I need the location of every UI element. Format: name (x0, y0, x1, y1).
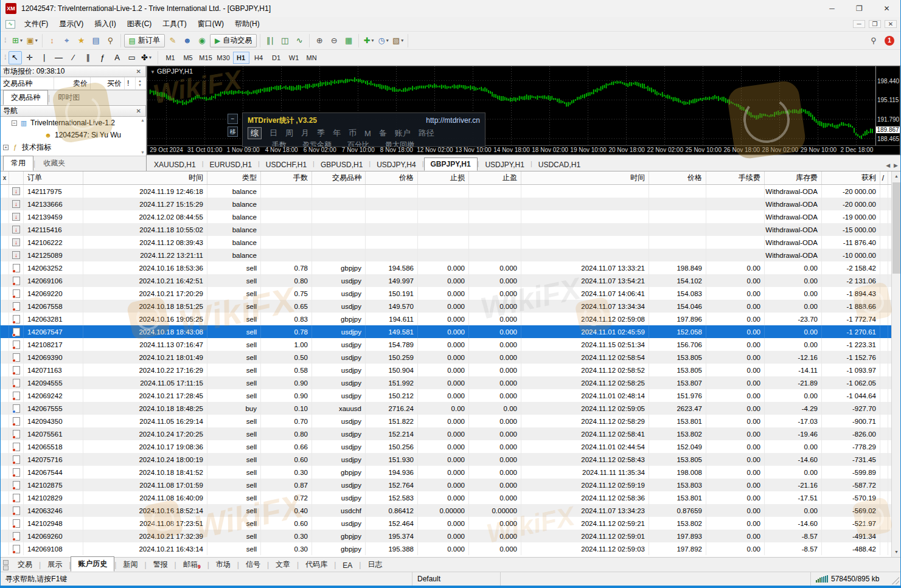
chart-tab[interactable]: USDJPY,H4 (370, 159, 422, 171)
table-row[interactable]: 1420755612024.10.24 17:20:25sell0.80usdj… (1, 427, 891, 440)
column-header[interactable]: 止损 (418, 171, 469, 184)
menu-item[interactable]: 工具(T) (157, 18, 192, 30)
horizontal-line-button[interactable]: ― (52, 51, 66, 64)
chart-tab[interactable]: USDJPY,H1 (479, 159, 530, 171)
metaeditor-button[interactable]: ✎ (166, 34, 179, 47)
trendline-button[interactable]: ∕ (67, 51, 80, 64)
templates-button[interactable]: ▧▾ (391, 34, 405, 47)
market-watch-button[interactable]: ↕ (46, 34, 59, 47)
table-row[interactable]: 1420692202024.10.21 17:20:29sell0.75usdj… (1, 287, 891, 300)
menu-item[interactable]: 图表(C) (122, 18, 158, 30)
table-row[interactable]: 1420675442024.10.18 18:41:52sell0.30gbpj… (1, 466, 891, 479)
table-row[interactable]: 1420691082024.10.21 16:43:14sell0.30gbpj… (1, 542, 891, 555)
table-row[interactable]: 1420693902024.10.21 18:01:49sell0.50usdj… (1, 351, 891, 364)
mtdriver-tab[interactable]: M (364, 129, 371, 138)
table-row[interactable]: 1420945552024.11.05 17:11:15sell0.90usdj… (1, 376, 891, 389)
column-header[interactable]: 手数 (261, 171, 312, 184)
close-icon[interactable]: ✕ (134, 108, 143, 114)
search-icon[interactable]: ⚲ (867, 34, 880, 47)
crosshair-button[interactable]: ✛ (23, 51, 37, 64)
table-row[interactable]: 1420632812024.10.16 19:05:25sell0.83gbpj… (1, 313, 891, 325)
timeframe-h4[interactable]: H4 (251, 52, 267, 64)
scroll-down-icon[interactable]: ▼ (892, 547, 900, 557)
scrollbar-thumb[interactable] (892, 182, 900, 274)
table-row[interactable]: 1421028292024.11.08 16:40:09sell0.72usdj… (1, 491, 891, 504)
tab-scroll-icon[interactable]: ◀ (886, 162, 890, 168)
menu-item[interactable]: 文件(F) (19, 18, 54, 30)
fibonacci-button[interactable]: ƒ (96, 51, 110, 64)
tree-expander-icon[interactable]: − (12, 120, 17, 126)
table-row[interactable]: 1420711632024.10.22 17:16:29sell0.58usdj… (1, 364, 891, 376)
autotrading-button[interactable]: ▶自动交易 (210, 34, 257, 47)
terminal-button[interactable]: ▤ (89, 34, 103, 47)
table-row[interactable]: ↓1421154162024.11.18 10:55:02balanceWith… (1, 223, 891, 236)
table-row[interactable]: 1421028752024.11.08 17:01:59sell0.87usdj… (1, 479, 891, 491)
table-row[interactable]: 1421029482024.11.08 17:23:51sell0.60usdj… (1, 517, 891, 530)
table-row[interactable]: 1420691062024.10.21 16:42:51sell0.80usdj… (1, 274, 891, 287)
mtdriver-minimize-button[interactable]: − (228, 114, 238, 124)
mtdriver-tab[interactable]: 备 (379, 128, 387, 139)
terminal-tab[interactable]: EA (336, 559, 359, 572)
chart-tab[interactable]: EURUSD,H1 (204, 159, 258, 171)
mtdriver-tab[interactable]: 年 (333, 128, 341, 139)
navigator-tree-item[interactable]: ☻12042547: Si Yu Wu (1, 129, 146, 141)
menu-item[interactable]: 插入(I) (89, 18, 121, 30)
status-profile[interactable]: Default (412, 572, 500, 586)
terminal-tab[interactable]: 市场 (209, 558, 237, 572)
line-chart-button[interactable]: ∿ (293, 34, 306, 47)
table-row[interactable]: 1421082172024.11.13 07:16:47sell1.00usdj… (1, 338, 891, 351)
table-row[interactable]: 1420757162024.10.24 18:00:19sell0.60usdj… (1, 453, 891, 466)
mdi-minimize-button[interactable]: ─ (853, 20, 865, 28)
cursor-button[interactable]: ↖ (9, 51, 22, 64)
chart-tab[interactable]: XAUUSD,H1 (148, 159, 202, 171)
minimize-button[interactable]: ─ (818, 0, 846, 17)
tree-expander-icon[interactable]: + (3, 145, 9, 150)
terminal-tab[interactable]: 信号 (239, 558, 267, 572)
chart-tab[interactable]: GBPJPY,H1 (424, 157, 478, 171)
text-button[interactable]: A (111, 51, 124, 64)
vertical-line-button[interactable]: ∣ (38, 51, 51, 64)
mtdriver-tab[interactable]: 综 (248, 127, 262, 139)
zoom-out-button[interactable]: ⊖ (327, 34, 341, 47)
navigator-scroll-arrows[interactable]: ▲▼ (141, 118, 145, 154)
profiles-button[interactable]: ▣▾ (26, 34, 39, 47)
toolbar-drag-handle[interactable]: ⁞⁞ (4, 54, 5, 61)
navigator-tab[interactable]: 常用 (3, 156, 33, 171)
column-header[interactable]: 交易品种 (312, 171, 366, 184)
toolbar-drag-handle[interactable]: ⁞⁞ (4, 37, 5, 44)
candlestick-button[interactable]: ◫ (278, 34, 291, 47)
timeframe-w1[interactable]: W1 (286, 52, 302, 64)
market-watch-scroll-arrows[interactable]: ▲▼ (136, 79, 144, 88)
timeframe-h1[interactable]: H1 (233, 52, 249, 64)
experts-button[interactable]: ☻ (181, 34, 194, 47)
terminal-tab[interactable]: 警报 (147, 558, 175, 572)
column-header[interactable]: 获利 (822, 171, 880, 184)
new-chart-button[interactable]: ⊞▾ (11, 34, 24, 47)
channel-button[interactable]: ∥ (82, 51, 95, 64)
zoom-in-button[interactable]: ⊕ (313, 34, 326, 47)
navigator-tab[interactable]: 收藏夹 (35, 156, 73, 171)
mtdriver-tab[interactable]: 月 (301, 128, 309, 139)
column-header[interactable]: 订单 (24, 171, 83, 184)
column-header[interactable]: 时间 (521, 171, 649, 184)
table-row[interactable]: ↓1421336662024.11.27 15:15:29balanceWith… (1, 198, 891, 210)
mtdriver-tab[interactable]: 币 (349, 128, 357, 139)
table-row[interactable]: 1420675472024.10.18 18:43:08sell0.78usdj… (1, 325, 891, 338)
timeframe-m1[interactable]: M1 (162, 52, 179, 64)
mtdriver-tab[interactable]: 账户 (395, 128, 411, 139)
terminal-tab[interactable]: 交易 (11, 558, 39, 572)
mtdriver-move-button[interactable]: 移 (228, 126, 238, 137)
timeframe-m30[interactable]: M30 (215, 52, 232, 64)
navigator-tree-item[interactable]: +ƒ技术指标 (1, 141, 146, 153)
strategy-tester-button[interactable]: ⚲ (104, 34, 117, 47)
new-order-button[interactable]: ▤新订单 (124, 34, 165, 47)
table-row[interactable]: ↓1421394592024.12.02 08:44:55balanceWith… (1, 210, 891, 223)
terminal-tab[interactable]: 展示 (41, 558, 69, 572)
market-watch-column-header[interactable]: ! (125, 77, 136, 89)
timeframe-mn[interactable]: MN (304, 52, 320, 64)
table-row[interactable]: 1420632462024.10.16 18:52:14sell0.40usdc… (1, 504, 891, 517)
column-header[interactable]: 价格 (649, 171, 706, 184)
column-header[interactable]: 时间 (83, 171, 207, 184)
column-header[interactable]: 类型 (207, 171, 261, 184)
market-watch-column-header[interactable]: 卖价 (54, 77, 91, 89)
